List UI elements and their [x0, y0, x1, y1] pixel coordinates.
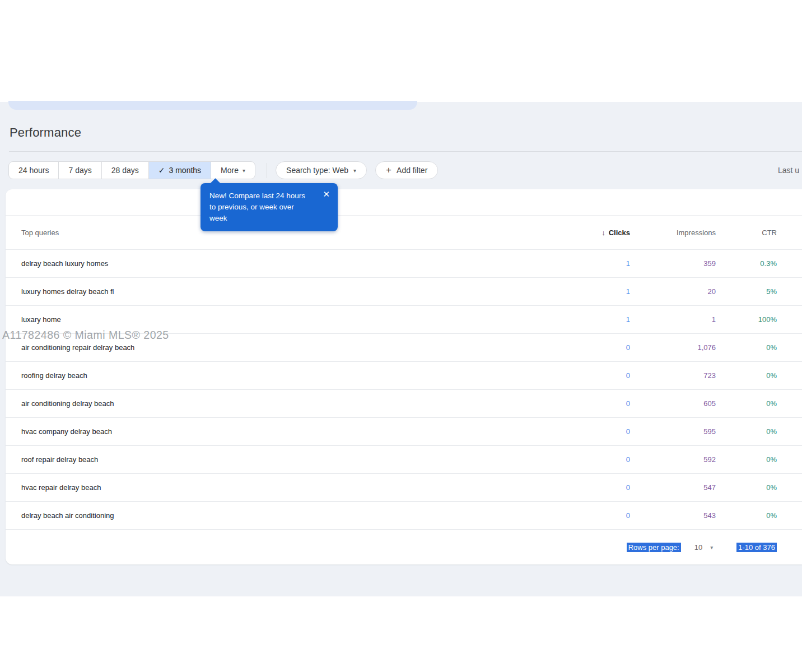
table-row[interactable]: delray beach air conditioning 0 543 0%: [6, 501, 802, 529]
impressions-cell: 605: [630, 399, 716, 408]
add-filter-label: Add filter: [397, 166, 427, 175]
new-feature-tooltip: New! Compare last 24 hours to previous, …: [200, 183, 338, 231]
clicks-cell: 0: [563, 511, 630, 520]
ctr-cell: 0%: [716, 371, 777, 380]
tooltip-text: New! Compare last 24 hours to previous, …: [209, 190, 313, 224]
search-type-label: Search type: Web: [286, 166, 348, 175]
rows-per-page-value[interactable]: 10: [694, 543, 702, 552]
table-row[interactable]: roofing delray beach 0 723 0%: [6, 361, 802, 389]
query-cell[interactable]: hvac company delray beach: [6, 427, 563, 436]
impressions-cell: 543: [630, 511, 716, 520]
clicks-cell: 0: [563, 371, 630, 380]
clicks-cell: 0: [563, 343, 630, 352]
ctr-cell: 100%: [716, 315, 777, 324]
sort-desc-icon: ↓: [602, 228, 605, 237]
date-range-segmented-control: 24 hours 7 days 28 days ✓ 3 months More …: [8, 161, 255, 179]
filter-bar: 24 hours 7 days 28 days ✓ 3 months More …: [8, 161, 438, 179]
ctr-cell: 0%: [716, 427, 777, 436]
impressions-cell: 723: [630, 371, 716, 380]
table-row[interactable]: luxury homes delray beach fl 1 20 5%: [6, 277, 802, 305]
query-cell[interactable]: air conditioning repair delray beach: [6, 343, 563, 352]
filter-divider: [267, 163, 267, 178]
date-range-7-days[interactable]: 7 days: [58, 162, 101, 179]
clicks-cell: 0: [563, 455, 630, 464]
date-range-28-days[interactable]: 28 days: [101, 162, 148, 179]
column-header-clicks[interactable]: ↓Clicks: [563, 228, 630, 237]
table-row[interactable]: air conditioning delray beach 0 605 0%: [6, 389, 802, 417]
ctr-cell: 0%: [716, 343, 777, 352]
query-cell[interactable]: roofing delray beach: [6, 371, 563, 380]
date-range-3-months[interactable]: ✓ 3 months: [148, 162, 211, 179]
query-cell[interactable]: luxury homes delray beach fl: [6, 287, 563, 296]
check-icon: ✓: [158, 166, 165, 175]
query-cell[interactable]: delray beach luxury homes: [6, 259, 563, 268]
ctr-cell: 0%: [716, 483, 777, 492]
clicks-cell: 1: [563, 315, 630, 324]
search-type-button[interactable]: Search type: Web ▾: [276, 161, 367, 179]
chevron-down-icon: ▾: [243, 167, 245, 174]
pagination-range: 1-10 of 376: [736, 543, 777, 552]
impressions-cell: 20: [630, 287, 716, 296]
rows-per-page-label: Rows per page:: [627, 543, 681, 552]
plus-icon: +: [386, 165, 391, 176]
title-divider: [9, 151, 802, 152]
date-range-label: 3 months: [169, 166, 202, 175]
table-row[interactable]: roof repair delray beach 0 592 0%: [6, 445, 802, 473]
impressions-cell: 547: [630, 483, 716, 492]
top-header-area: [0, 0, 802, 102]
ctr-cell: 5%: [716, 287, 777, 296]
clicks-cell: 0: [563, 483, 630, 492]
last-updated-text: Last u: [778, 166, 799, 175]
table-footer: Rows per page: 10 ▾ 1-10 of 376: [6, 529, 802, 564]
impressions-cell: 595: [630, 427, 716, 436]
table-row[interactable]: delray beach luxury homes 1 359 0.3%: [6, 249, 802, 277]
bottom-margin-area: [0, 596, 802, 672]
query-cell[interactable]: air conditioning delray beach: [6, 399, 563, 408]
date-range-label: 28 days: [111, 166, 139, 175]
impressions-cell: 1,076: [630, 343, 716, 352]
clicks-cell: 0: [563, 427, 630, 436]
date-range-label: 24 hours: [18, 166, 49, 175]
query-cell[interactable]: hvac repair delray beach: [6, 483, 563, 492]
search-box-bottom-edge: [8, 101, 417, 110]
ctr-cell: 0.3%: [716, 259, 777, 268]
rows-per-page-dropdown-icon[interactable]: ▾: [710, 544, 713, 550]
chevron-down-icon: ▾: [353, 167, 356, 174]
clicks-cell: 1: [563, 259, 630, 268]
mls-watermark: A11782486 © Miami MLS® 2025: [2, 329, 169, 342]
date-range-label: 7 days: [68, 166, 91, 175]
table-row[interactable]: hvac company delray beach 0 595 0%: [6, 417, 802, 445]
add-filter-button[interactable]: + Add filter: [375, 161, 438, 179]
impressions-cell: 592: [630, 455, 716, 464]
column-header-impressions[interactable]: Impressions: [630, 228, 716, 237]
queries-table-card: Top queries ↓Clicks Impressions CTR delr…: [6, 189, 802, 564]
query-cell[interactable]: luxary home: [6, 315, 563, 324]
query-cell[interactable]: roof repair delray beach: [6, 455, 563, 464]
close-icon[interactable]: ✕: [323, 190, 330, 198]
impressions-cell: 1: [630, 315, 716, 324]
ctr-cell: 0%: [716, 399, 777, 408]
column-header-ctr[interactable]: CTR: [716, 228, 777, 237]
date-range-24-hours[interactable]: 24 hours: [9, 162, 58, 179]
ctr-cell: 0%: [716, 455, 777, 464]
table-tab-strip: [6, 189, 802, 216]
query-cell[interactable]: delray beach air conditioning: [6, 511, 563, 520]
table-header-row: Top queries ↓Clicks Impressions CTR: [6, 216, 802, 249]
impressions-cell: 359: [630, 259, 716, 268]
table-row[interactable]: hvac repair delray beach 0 547 0%: [6, 473, 802, 501]
query-table-body: delray beach luxury homes 1 359 0.3% lux…: [6, 249, 802, 529]
clicks-cell: 0: [563, 399, 630, 408]
ctr-cell: 0%: [716, 511, 777, 520]
page-title: Performance: [10, 125, 81, 140]
date-range-more-button[interactable]: More ▾: [211, 162, 255, 179]
date-range-label: More: [221, 166, 239, 175]
clicks-cell: 1: [563, 287, 630, 296]
